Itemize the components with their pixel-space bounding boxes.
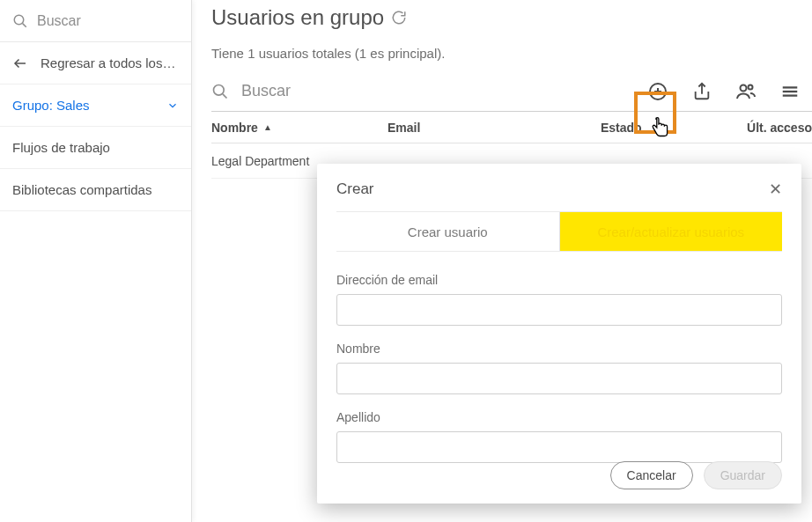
search-icon — [12, 13, 28, 29]
sidebar-item-label: Flujos de trabajo — [12, 140, 179, 155]
column-name[interactable]: Nombre ▲ — [211, 121, 388, 135]
svg-line-1 — [23, 23, 26, 26]
first-name-label: Nombre — [336, 342, 782, 356]
toolbar: Buscar — [211, 71, 812, 112]
users-button[interactable] — [733, 78, 759, 105]
table-header: Nombre ▲ Email Estado Últ. acceso — [211, 112, 812, 143]
cancel-button[interactable]: Cancelar — [610, 461, 693, 489]
sidebar-item-label: Bibliotecas compartidas — [12, 182, 179, 197]
create-user-modal: Crear ✕ Crear usuario Crear/actualizar u… — [317, 164, 801, 504]
svg-point-3 — [214, 85, 225, 95]
subtitle: Tiene 1 usuarios totales (1 es principal… — [211, 46, 812, 61]
menu-button[interactable] — [777, 78, 803, 105]
sidebar-search-placeholder: Buscar — [37, 13, 81, 29]
tab-bulk-update[interactable]: Crear/actualizar usuarios — [560, 212, 783, 251]
toolbar-search-placeholder: Buscar — [241, 82, 291, 100]
last-name-field[interactable] — [336, 431, 782, 463]
column-email[interactable]: Email — [388, 121, 590, 135]
close-icon[interactable]: ✕ — [769, 180, 782, 199]
toolbar-actions — [645, 78, 803, 105]
first-name-field[interactable] — [336, 363, 782, 394]
svg-point-9 — [741, 85, 747, 91]
tab-create-user[interactable]: Crear usuario — [336, 212, 560, 251]
svg-point-0 — [14, 15, 24, 25]
sort-asc-icon: ▲ — [263, 122, 272, 132]
save-button: Guardar — [704, 461, 782, 489]
sidebar-item-label: Grupo: Sales — [12, 98, 166, 113]
page-title: Usuarios en grupo — [211, 5, 384, 30]
sidebar-item-libraries[interactable]: Bibliotecas compartidas — [0, 169, 191, 211]
refresh-icon[interactable] — [391, 10, 407, 26]
last-name-label: Apellido — [336, 410, 782, 424]
svg-line-4 — [223, 93, 227, 98]
email-label: Dirección de email — [336, 273, 782, 287]
search-icon — [211, 83, 229, 100]
create-user-form: Dirección de email Nombre Apellido — [336, 273, 782, 479]
sidebar-back-label: Regresar a todos los gr... — [41, 55, 179, 70]
sidebar-item-group[interactable]: Grupo: Sales — [0, 85, 191, 127]
column-last-access[interactable]: Últ. acceso — [715, 121, 812, 135]
toolbar-search[interactable]: Buscar — [211, 82, 645, 100]
sidebar: Buscar Regresar a todos los gr... Grupo:… — [0, 0, 192, 522]
sidebar-back[interactable]: Regresar a todos los gr... — [0, 42, 191, 85]
modal-tabs: Crear usuario Crear/actualizar usuarios — [336, 212, 782, 251]
page-title-row: Usuarios en grupo — [211, 5, 812, 30]
arrow-left-icon — [12, 55, 28, 71]
column-state[interactable]: Estado — [601, 121, 715, 135]
sidebar-item-workflows[interactable]: Flujos de trabajo — [0, 127, 191, 169]
modal-title: Crear — [336, 180, 374, 198]
svg-point-10 — [749, 85, 753, 89]
chevron-down-icon — [166, 99, 179, 112]
add-user-button[interactable] — [645, 78, 671, 105]
sidebar-search[interactable]: Buscar — [0, 0, 191, 42]
email-field[interactable] — [336, 294, 782, 326]
export-button[interactable] — [689, 78, 715, 105]
